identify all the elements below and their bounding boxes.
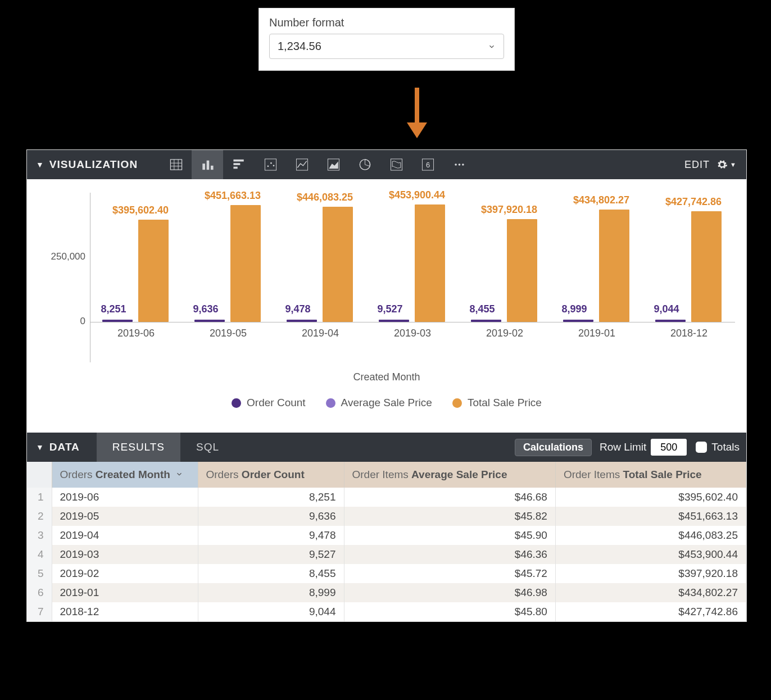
legend-item[interactable]: Total Sale Price — [452, 397, 542, 409]
svg-rect-7 — [211, 166, 214, 170]
x-tick-label: 2019-03 — [366, 328, 459, 339]
table-row[interactable]: 62019-018,999$46.98$434,802.27 — [27, 583, 746, 602]
cell-order-count: 9,636 — [198, 507, 344, 526]
column-header-order-count[interactable]: Orders Order Count — [198, 462, 344, 488]
viz-type-pie-icon[interactable] — [349, 150, 380, 179]
bar-order-count[interactable] — [287, 320, 317, 322]
x-tick-label: 2019-01 — [551, 328, 643, 339]
table-row[interactable]: 52019-028,455$45.72$397,920.18 — [27, 564, 746, 583]
viz-type-table-icon[interactable] — [160, 150, 192, 179]
viz-type-area-icon[interactable] — [318, 150, 349, 179]
bar-total-sale[interactable] — [599, 210, 629, 322]
tab-sql[interactable]: SQL — [180, 433, 235, 462]
calculations-button[interactable]: Calculations — [515, 439, 592, 456]
viz-type-column-icon[interactable] — [192, 150, 223, 179]
cell-avg-sale-price: $46.98 — [344, 583, 555, 602]
cell-total-sale-price: $397,920.18 — [555, 564, 746, 583]
table-row[interactable]: 42019-039,527$46.36$453,900.44 — [27, 545, 746, 564]
svg-rect-0 — [170, 160, 182, 170]
bar-total-sale[interactable] — [415, 204, 445, 322]
x-tick-label: 2018-12 — [643, 328, 735, 339]
cell-created-month: 2019-02 — [52, 564, 198, 583]
svg-point-21 — [455, 163, 457, 166]
bar-total-sale[interactable] — [230, 205, 261, 322]
cell-order-count: 9,527 — [198, 545, 344, 564]
number-format-select[interactable]: 1,234.56 — [269, 34, 504, 59]
x-axis-title: Created Month — [38, 371, 735, 383]
cell-total-sale-price: $434,802.27 — [555, 583, 746, 602]
number-format-label: Number format — [269, 16, 504, 29]
cell-avg-sale-price: $46.36 — [344, 545, 555, 564]
cell-total-sale-price: $395,602.40 — [555, 488, 746, 507]
column-header-created-month[interactable]: Orders Created Month — [52, 462, 198, 488]
cell-avg-sale-price: $45.90 — [344, 526, 555, 545]
viz-type-map-icon[interactable] — [380, 150, 412, 179]
svg-point-22 — [458, 163, 460, 166]
viz-type-bar-icon[interactable] — [223, 150, 255, 179]
bar-order-count[interactable] — [102, 320, 133, 322]
viz-type-more-icon[interactable] — [443, 150, 475, 179]
legend-swatch — [326, 398, 335, 408]
x-tick-label: 2019-05 — [182, 328, 274, 339]
column-header-avg-sale-price[interactable]: Order Items Average Sale Price — [344, 462, 555, 488]
bar-order-count[interactable] — [379, 320, 409, 322]
legend-label: Order Count — [247, 397, 306, 409]
row-index: 2 — [27, 507, 52, 526]
totals-checkbox[interactable] — [696, 442, 707, 453]
chevron-down-icon: ▼ — [730, 161, 736, 168]
settings-button[interactable]: ▼ — [716, 159, 736, 170]
row-limit-input[interactable] — [651, 439, 687, 456]
edit-button[interactable]: EDIT — [684, 159, 710, 171]
svg-point-23 — [462, 163, 464, 166]
cell-total-sale-price: $446,083.25 — [555, 526, 746, 545]
bar-label-total-sale: $453,900.44 — [378, 189, 456, 201]
bar-order-count[interactable] — [471, 320, 501, 322]
cell-order-count: 8,455 — [198, 564, 344, 583]
table-row[interactable]: 12019-068,251$46.68$395,602.40 — [27, 488, 746, 507]
row-index: 3 — [27, 526, 52, 545]
legend-swatch — [232, 398, 241, 408]
bar-label-total-sale: $395,602.40 — [101, 204, 180, 216]
row-limit-label: Row Limit — [600, 441, 646, 453]
viz-type-line-icon[interactable] — [286, 150, 318, 179]
svg-rect-9 — [233, 163, 240, 165]
x-tick-label: 2019-06 — [90, 328, 182, 339]
bar-total-sale[interactable] — [507, 219, 537, 322]
legend-item[interactable]: Average Sale Price — [326, 397, 432, 409]
bar-label-total-sale: $446,083.25 — [285, 192, 364, 203]
cell-total-sale-price: $451,663.13 — [555, 507, 746, 526]
x-tick-label: 2019-04 — [274, 328, 366, 339]
totals-label: Totals — [711, 441, 740, 453]
y-tick-label: 0 — [38, 316, 85, 327]
bar-label-total-sale: $397,920.18 — [470, 204, 548, 216]
cell-avg-sale-price: $45.82 — [344, 507, 555, 526]
data-header: ▼ DATA RESULTS SQL Calculations Row Limi… — [27, 433, 746, 462]
bar-total-sale[interactable] — [323, 207, 353, 322]
svg-text:6: 6 — [426, 161, 430, 169]
cell-order-count: 9,478 — [198, 526, 344, 545]
tab-results[interactable]: RESULTS — [97, 433, 180, 462]
viz-type-scatter-icon[interactable] — [255, 150, 286, 179]
collapse-icon[interactable]: ▼ — [36, 160, 44, 169]
bar-total-sale[interactable] — [691, 211, 722, 322]
cell-avg-sale-price: $46.68 — [344, 488, 555, 507]
table-row[interactable]: 22019-059,636$45.82$451,663.13 — [27, 507, 746, 526]
column-header-total-sale-price[interactable]: Order Items Total Sale Price — [555, 462, 746, 488]
cell-total-sale-price: $453,900.44 — [555, 545, 746, 564]
bar-order-count[interactable] — [194, 320, 225, 322]
results-table: Orders Created Month Orders Order Count … — [27, 462, 746, 621]
bar-order-count[interactable] — [563, 320, 593, 322]
collapse-icon[interactable]: ▼ — [36, 443, 44, 452]
bar-order-count[interactable] — [655, 320, 686, 322]
table-row[interactable]: 72018-129,044$45.80$427,742.86 — [27, 602, 746, 621]
svg-rect-5 — [202, 163, 205, 170]
viz-type-single-icon[interactable]: 6 — [412, 150, 443, 179]
legend-item[interactable]: Order Count — [232, 397, 306, 409]
bar-total-sale[interactable] — [138, 220, 169, 322]
row-index: 7 — [27, 602, 52, 621]
explore-panel: ▼ VISUALIZATION 6 EDIT ▼ — [26, 149, 747, 622]
row-index-header — [27, 462, 52, 488]
table-row[interactable]: 32019-049,478$45.90$446,083.25 — [27, 526, 746, 545]
row-index: 4 — [27, 545, 52, 564]
sort-desc-icon — [175, 469, 183, 481]
